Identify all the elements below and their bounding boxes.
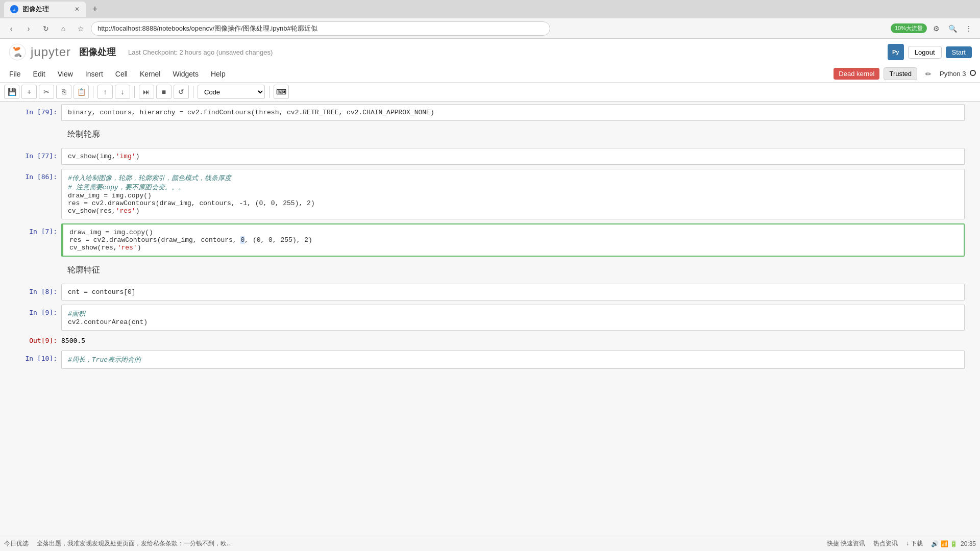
cell-77-content[interactable]: cv_show(img,'img')	[61, 148, 965, 165]
bottom-bar: 今日优选 全落出题，我准发现发现及处更页面，发给私条条款：一分钱不到，欧... …	[0, 536, 980, 551]
nav-bar: ‹ › ↻ ⌂ ☆ http://localhost:8888/notebook…	[0, 18, 980, 39]
section-heading-2: 轮廓特征	[61, 261, 965, 280]
bottom-left-text: 今日优选	[4, 539, 29, 548]
tab-favicon: J	[10, 5, 18, 13]
toolbar-separator-4	[269, 86, 270, 98]
bottom-middle-text: 全落出题，我准发现发现及处更页面，发给私条条款：一分钱不到，欧...	[37, 539, 232, 548]
move-up-button[interactable]: ↑	[97, 85, 113, 99]
move-down-button[interactable]: ↓	[115, 85, 130, 99]
cell-7-container: In [7]: draw_img = img.copy() res = cv2.…	[0, 221, 980, 259]
cell-77-container: In [77]: cv_show(img,'img')	[0, 146, 980, 167]
save-button[interactable]: 💾	[4, 85, 19, 99]
cell-86-label: In [86]:	[0, 169, 61, 185]
dead-kernel-button[interactable]: Dead kernel	[834, 68, 879, 80]
cell-77-code[interactable]: cv_show(img,'img')	[61, 148, 965, 165]
active-tab[interactable]: J 图像处理 ✕	[4, 2, 86, 17]
menu-file[interactable]: File	[4, 68, 26, 80]
cell-7-content[interactable]: draw_img = img.copy() res = cv2.drawCont…	[61, 223, 965, 257]
cell-10-label: In [10]:	[0, 350, 61, 366]
cell-9-content[interactable]: #面积 cv2.contourArea(cnt)	[61, 305, 965, 331]
toolbar-separator-1	[93, 86, 93, 98]
menu-edit[interactable]: Edit	[28, 68, 51, 80]
copy-cell-button[interactable]: ⎘	[56, 85, 71, 99]
checkpoint-text: Last Checkpoint: 2 hours ago (unsaved ch…	[128, 48, 273, 56]
menu-button[interactable]: ⋮	[962, 21, 976, 36]
menu-cell[interactable]: Cell	[110, 68, 133, 80]
cell-86-content[interactable]: #传入绘制图像，轮廓，轮廓索引，颜色模式，线条厚度 # 注意需要copy，要不原…	[61, 169, 965, 219]
text-cell-2-container: 轮廓特征	[0, 259, 980, 282]
notebook-title[interactable]: 图像处理	[79, 46, 116, 58]
system-tray: 🔊 📶 🔋 20:35	[931, 540, 976, 547]
paste-cell-button[interactable]: 📋	[74, 85, 89, 99]
cell-10-code[interactable]: #周长，True表示闭合的	[61, 350, 965, 369]
bookmark-button[interactable]: ☆	[74, 21, 88, 36]
bottom-right-controls: 快捷 快速资讯 热点资讯 ↓ 下载 🔊 📶 🔋 20:35	[827, 539, 976, 548]
shortcuts-text: 快捷 快速资讯	[827, 539, 865, 548]
cell-9-code[interactable]: #面积 cv2.contourArea(cnt)	[61, 305, 965, 331]
menu-right-controls: Dead kernel Trusted ✏ Python 3	[834, 67, 976, 80]
run-button[interactable]: ⏭	[139, 85, 154, 99]
address-bar[interactable]: http://localhost:8888/notebooks/opencv/图…	[91, 21, 550, 36]
restart-button[interactable]: ↺	[174, 85, 189, 99]
output-9-value: 8500.5	[61, 335, 980, 346]
cell-77-label: In [77]:	[0, 148, 61, 164]
menu-kernel[interactable]: Kernel	[135, 68, 165, 80]
cell-8-label: In [8]:	[0, 284, 61, 299]
cell-79-code[interactable]: binary, contours, hierarchy = cv2.findCo…	[61, 104, 965, 121]
cell-79-container: In [79]: binary, contours, hierarchy = c…	[0, 102, 980, 123]
edit-mode-button[interactable]: ✏	[921, 68, 936, 80]
toolbar-separator-2	[134, 86, 135, 98]
jupyter-logo-icon	[8, 43, 27, 61]
new-tab-button[interactable]: +	[88, 2, 102, 16]
jupyter-logo: jupyter	[8, 43, 71, 61]
svg-point-6	[19, 55, 21, 57]
python-logo: Py	[888, 44, 904, 60]
cell-86-code[interactable]: #传入绘制图像，轮廓，轮廓索引，颜色模式，线条厚度 # 注意需要copy，要不原…	[61, 169, 965, 219]
jupyter-header: jupyter 图像处理 Last Checkpoint: 2 hours ag…	[0, 39, 980, 102]
cell-7-label: In [7]:	[0, 223, 61, 239]
text-cell-2-label	[0, 261, 61, 269]
clock: 20:35	[961, 540, 976, 547]
cell-7-code[interactable]: draw_img = img.copy() res = cv2.drawCont…	[61, 223, 965, 257]
cell-9-label: In [9]:	[0, 305, 61, 320]
cell-10-content[interactable]: #周长，True表示闭合的	[61, 350, 965, 369]
svg-point-5	[13, 47, 15, 49]
cell-8-container: In [8]: cnt = contours[0]	[0, 282, 980, 303]
menu-view[interactable]: View	[53, 68, 78, 80]
cell-type-selector[interactable]: Code Markdown Raw NBConvert Heading	[198, 85, 265, 99]
tab-title: 图像处理	[22, 5, 49, 14]
toolbar: 💾 + ✂ ⎘ 📋 ↑ ↓ ⏭ ■ ↺ Code Markdown Raw NB…	[0, 83, 980, 102]
svg-point-2	[9, 44, 26, 60]
back-button[interactable]: ‹	[4, 21, 18, 36]
logout-button[interactable]: Logout	[908, 46, 942, 59]
toolbar-separator-3	[193, 86, 193, 98]
jupyter-logo-text: jupyter	[31, 45, 71, 59]
keyboard-shortcuts-button[interactable]: ⌨	[274, 85, 289, 99]
search-button[interactable]: 🔍	[945, 21, 960, 36]
cell-8-code[interactable]: cnt = contours[0]	[61, 284, 965, 300]
cut-cell-button[interactable]: ✂	[39, 85, 54, 99]
hotspot-text: 热点资讯	[873, 539, 898, 548]
menu-widgets[interactable]: Widgets	[167, 68, 204, 80]
notebook-content: In [79]: binary, contours, hierarchy = c…	[0, 102, 980, 536]
tray-icons: 🔊 📶 🔋	[931, 540, 958, 547]
kernel-status-indicator	[970, 70, 976, 76]
home-button[interactable]: ⌂	[56, 21, 70, 36]
extensions-button[interactable]: ⚙	[929, 21, 943, 36]
cell-8-content[interactable]: cnt = contours[0]	[61, 284, 965, 300]
add-cell-button[interactable]: +	[21, 85, 37, 99]
start-button[interactable]: Start	[946, 46, 972, 58]
traffic-badge[interactable]: 10%大流量	[891, 23, 927, 33]
section-heading-1: 绘制轮廓	[61, 125, 965, 144]
trusted-button[interactable]: Trusted	[884, 67, 917, 80]
refresh-button[interactable]: ↻	[39, 21, 53, 36]
cell-86-container: In [86]: #传入绘制图像，轮廓，轮廓索引，颜色模式，线条厚度 # 注意需…	[0, 167, 980, 221]
menu-help[interactable]: Help	[206, 68, 231, 80]
cell-79-content[interactable]: binary, contours, hierarchy = cv2.findCo…	[61, 104, 965, 121]
kernel-info: Python 3	[940, 70, 976, 78]
tab-close-button[interactable]: ✕	[75, 6, 80, 13]
menu-insert[interactable]: Insert	[80, 68, 108, 80]
forward-button[interactable]: ›	[21, 21, 36, 36]
text-cell-1-label	[0, 125, 61, 133]
stop-button[interactable]: ■	[156, 85, 172, 99]
